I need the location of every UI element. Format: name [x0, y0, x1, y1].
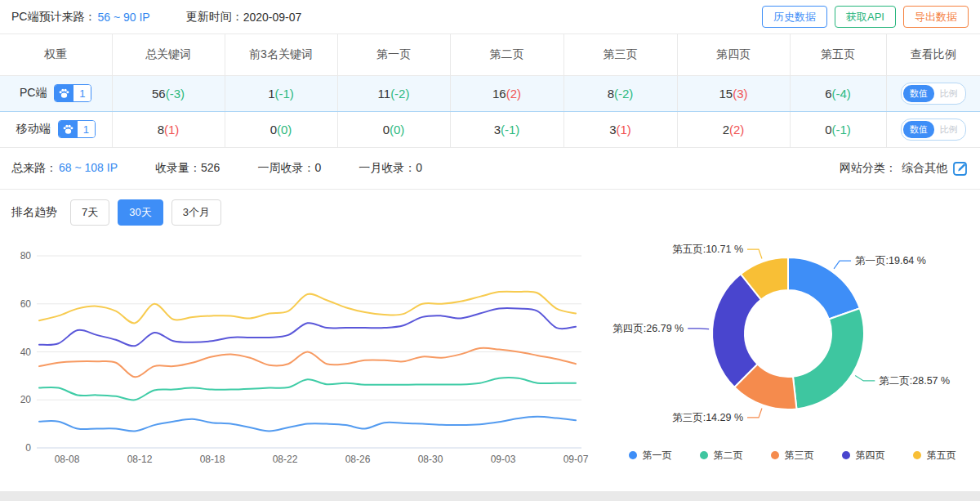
- stats-bar: 总来路：68 ~ 108 IP 收录量：526 一周收录：0 一月收录：0 网站…: [0, 148, 980, 190]
- y-axis-tick-label: 60: [20, 297, 32, 309]
- x-axis-tick-label: 08-18: [200, 454, 225, 465]
- rank-count-cell: 3(-1): [450, 111, 564, 147]
- toggle-value-option[interactable]: 数值: [903, 85, 934, 102]
- rank-count: 16: [492, 87, 506, 101]
- donut-slice-第一页[interactable]: [788, 257, 860, 319]
- donut-label-line: [688, 328, 709, 329]
- rank-count: 0: [383, 123, 390, 136]
- trend-line-第二页: [39, 378, 576, 400]
- x-axis-tick-label: 09-03: [491, 454, 516, 465]
- get-api-button[interactable]: 获取API: [835, 6, 896, 28]
- trend-bar: 排名趋势 7天 30天 3个月: [0, 190, 980, 236]
- rank-delta: (-2): [390, 87, 409, 101]
- rank-count: 3: [609, 123, 616, 136]
- donut-slice-label: 第三页:14.29 %: [672, 411, 743, 423]
- rank-count-cell: 6(-4): [790, 75, 886, 111]
- rank-count-cell: 16(2): [450, 75, 564, 111]
- rank-count-cell: 1(-1): [225, 75, 337, 111]
- legend-dot: [913, 451, 921, 459]
- rank-count-cell: 3(1): [564, 111, 677, 147]
- rank-delta: (0): [277, 123, 292, 136]
- col-header-view-mode: 查看比例: [886, 34, 980, 75]
- y-axis-tick-label: 0: [25, 442, 31, 454]
- row-name: 移动端: [16, 122, 51, 136]
- history-data-button[interactable]: 历史数据: [762, 6, 827, 28]
- rank-count-cell: 0(0): [337, 111, 450, 147]
- rank-delta: (2): [729, 123, 744, 136]
- col-header-top3: 前3名关键词: [225, 34, 337, 75]
- indexed-label: 收录量：: [155, 161, 201, 174]
- donut-legend: 第一页第二页第三页第四页第五页: [604, 449, 980, 463]
- rank-count-cell: 2(2): [677, 111, 790, 147]
- update-time-value: 2020-09-07: [243, 11, 302, 24]
- legend-label: 第三页: [785, 449, 814, 463]
- export-data-button[interactable]: 导出数据: [903, 6, 969, 28]
- col-header-page3: 第三页: [564, 34, 677, 75]
- rank-count: 8: [158, 123, 164, 136]
- donut-slice-label: 第一页:19.64 %: [855, 255, 926, 266]
- rank-count: 8: [608, 87, 614, 101]
- topbar-buttons: 历史数据 获取API 导出数据: [762, 6, 969, 28]
- legend-dot: [771, 451, 779, 459]
- baidu-paw-icon: [59, 121, 78, 137]
- y-axis-tick-label: 40: [20, 346, 32, 357]
- rank-table: 权重 总关键词 前3名关键词 第一页 第二页 第三页 第四页 第五页 查看比例 …: [0, 34, 980, 148]
- table-header-row: 权重 总关键词 前3名关键词 第一页 第二页 第三页 第四页 第五页 查看比例: [0, 34, 980, 75]
- legend-dot: [629, 451, 637, 459]
- site-category-value: 综合其他: [902, 161, 947, 176]
- rank-delta: (-4): [832, 87, 851, 101]
- week-indexed-value: 0: [314, 161, 321, 174]
- toggle-value-option[interactable]: 数值: [903, 121, 934, 138]
- donut-slice-label: 第四页:26.79 %: [612, 322, 684, 333]
- legend-label: 第四页: [856, 449, 885, 463]
- x-axis-tick-label: 08-26: [345, 454, 371, 465]
- value-ratio-toggle[interactable]: 数值比例: [901, 119, 966, 141]
- month-indexed-value: 0: [416, 161, 422, 174]
- toggle-ratio-option[interactable]: 比例: [934, 85, 964, 102]
- col-header-page2: 第二页: [450, 34, 564, 75]
- col-header-page5: 第五页: [790, 34, 886, 75]
- tab-30-days[interactable]: 30天: [118, 199, 163, 226]
- rank-delta: (-1): [501, 123, 519, 136]
- tab-3-months[interactable]: 3个月: [172, 199, 221, 226]
- donut-slice-第二页[interactable]: [793, 308, 864, 409]
- rank-delta: (1): [164, 123, 179, 136]
- rank-count-cell: 8(1): [112, 111, 225, 147]
- legend-item-第四页[interactable]: 第四页: [842, 449, 885, 463]
- value-ratio-toggle[interactable]: 数值比例: [901, 83, 966, 105]
- row-name-cell: PC端1: [0, 84, 112, 102]
- trend-line-第五页: [39, 291, 576, 323]
- legend-item-第二页[interactable]: 第二页: [700, 449, 743, 463]
- legend-label: 第五页: [927, 449, 956, 463]
- edit-category-icon[interactable]: [952, 160, 969, 177]
- legend-item-第一页[interactable]: 第一页: [629, 449, 672, 463]
- y-axis-tick-label: 80: [20, 250, 32, 262]
- legend-item-第五页[interactable]: 第五页: [913, 449, 956, 463]
- trend-line-第三页: [39, 347, 576, 377]
- baidu-weight-badge[interactable]: 1: [58, 120, 96, 138]
- x-axis-tick-label: 08-22: [273, 454, 298, 465]
- baidu-weight-badge[interactable]: 1: [54, 84, 91, 102]
- total-traffic-value[interactable]: 68 ~ 108 IP: [59, 161, 118, 174]
- rank-count: 6: [825, 87, 831, 101]
- legend-item-第三页[interactable]: 第三页: [771, 449, 814, 463]
- donut-slice-label: 第二页:28.57 %: [879, 374, 950, 386]
- rank-count: 1: [268, 87, 274, 101]
- rank-count: 3: [494, 123, 501, 136]
- donut-slice-label: 第五页:10.71 %: [672, 244, 743, 255]
- toggle-ratio-option[interactable]: 比例: [934, 121, 964, 138]
- indexed-value: 526: [201, 161, 220, 174]
- donut-label-line: [747, 408, 762, 417]
- pc-traffic-value[interactable]: 56 ~ 90 IP: [97, 11, 149, 24]
- rank-count: 0: [270, 123, 277, 136]
- col-header-page4: 第四页: [677, 34, 790, 75]
- month-indexed-label: 一月收录：: [359, 161, 416, 174]
- donut-label-line: [855, 375, 875, 380]
- legend-dot: [842, 451, 850, 459]
- tab-7-days[interactable]: 7天: [70, 199, 109, 226]
- legend-label: 第二页: [714, 449, 743, 463]
- rank-count: 2: [723, 123, 729, 136]
- rank-count-cell: 0(0): [225, 111, 337, 147]
- donut-label-line: [747, 249, 762, 258]
- rank-delta: (3): [733, 87, 747, 101]
